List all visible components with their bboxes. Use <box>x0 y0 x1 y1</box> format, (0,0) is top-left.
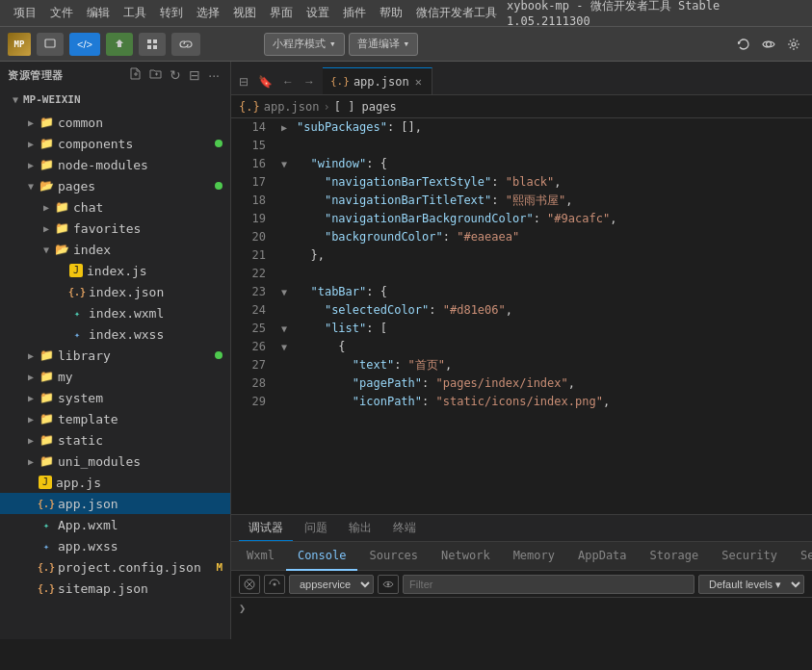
arrow-23: ▼ <box>281 283 297 301</box>
code-line-29: "iconPath": "static/icons/index.png", <box>281 393 812 411</box>
mode-dropdown[interactable]: 小程序模式 ▾ <box>264 33 345 56</box>
menu-file[interactable]: 文件 <box>44 3 79 23</box>
code-line-25: ▼ "list": [ <box>281 320 812 338</box>
menu-help[interactable]: 帮助 <box>374 3 408 23</box>
sidebar-item-pages[interactable]: ▼ 📂 pages <box>0 175 230 196</box>
index-wxml-icon: ✦ <box>69 305 85 321</box>
svg-point-9 <box>387 582 390 585</box>
menu-view[interactable]: 视图 <box>227 3 262 23</box>
code-line-28: "pagePath": "pages/index/index", <box>281 374 812 393</box>
console-preserve-btn[interactable] <box>264 575 285 594</box>
devtools-tab-sources[interactable]: Sources <box>357 542 430 571</box>
uni-modules-folder-icon: 📁 <box>39 453 54 469</box>
console-service-select[interactable]: appservice <box>289 575 374 594</box>
library-label: library <box>58 348 111 363</box>
simulator-toggle-btn[interactable] <box>37 33 64 56</box>
code-line-21: }, <box>281 246 812 265</box>
devtools-tab-network[interactable]: Network <box>430 542 502 571</box>
settings-btn[interactable] <box>783 33 804 56</box>
title-bar: xybook-mp - 微信开发者工具 Stable 1.05.2111300 <box>507 0 804 28</box>
devtools-tab-storage[interactable]: Storage <box>639 542 711 571</box>
svg-rect-1 <box>147 39 151 43</box>
preview-btn[interactable] <box>758 33 779 56</box>
sidebar-item-app-wxss[interactable]: ✦ app.wxss <box>0 535 230 556</box>
console-eye-btn[interactable] <box>378 575 399 594</box>
panel-tab-debugger[interactable]: 调试器 <box>239 516 293 541</box>
sidebar-item-index[interactable]: ▼ 📂 index <box>0 239 230 260</box>
code-editor[interactable]: 14 15 16 17 18 19 20 21 22 23 24 25 26 2… <box>231 118 812 514</box>
toolbar: MP </> 小程序模式 ▾ 普通编译 ▾ <box>0 27 812 62</box>
line-num-17: 17 <box>231 173 266 192</box>
panel-tab-output[interactable]: 输出 <box>339 516 381 541</box>
devtools-tab-console[interactable]: Console <box>286 542 358 571</box>
sidebar-item-app-wxml[interactable]: ✦ App.wxml <box>0 514 230 535</box>
line-num-15: 15 <box>231 137 266 155</box>
code-line-22 <box>281 265 812 283</box>
library-arrow-icon: ▶ <box>23 350 39 361</box>
sidebar-item-system[interactable]: ▶ 📁 system <box>0 387 230 408</box>
sidebar-item-node-modules[interactable]: ▶ 📁 node-modules <box>0 154 230 175</box>
more-actions-btn[interactable]: ··· <box>205 66 223 84</box>
sidebar-item-library[interactable]: ▶ 📁 library <box>0 345 230 366</box>
menu-edit[interactable]: 编辑 <box>81 3 116 23</box>
devtools-tab-wxml[interactable]: Wxml <box>235 542 286 571</box>
panel-tab-terminal[interactable]: 终端 <box>383 516 426 541</box>
menu-interface[interactable]: 界面 <box>264 3 299 23</box>
console-clear-btn[interactable] <box>239 575 260 594</box>
console-prompt: ❯ <box>239 602 246 615</box>
link-btn[interactable] <box>171 33 200 56</box>
sidebar-item-index-json[interactable]: {.} index.json <box>0 281 230 302</box>
grid-btn[interactable] <box>139 33 166 56</box>
menu-select[interactable]: 选择 <box>191 3 225 23</box>
collapse-all-btn[interactable]: ⊟ <box>186 66 203 84</box>
bookmark-btn[interactable]: 🔖 <box>254 73 276 90</box>
tab-close-btn[interactable]: ✕ <box>413 75 424 89</box>
code-btn[interactable]: </> <box>69 33 100 56</box>
sidebar-item-index-wxml[interactable]: ✦ index.wxml <box>0 302 230 323</box>
components-folder-icon: 📁 <box>39 136 54 151</box>
sidebar-item-components[interactable]: ▶ 📁 components <box>0 133 230 154</box>
sidebar-item-favorites[interactable]: ▶ 📁 favorites <box>0 218 230 239</box>
refresh-explorer-btn[interactable]: ↻ <box>167 66 184 84</box>
console-filter-input[interactable] <box>403 575 694 594</box>
chat-label: chat <box>73 200 103 215</box>
sidebar-item-chat[interactable]: ▶ 📁 chat <box>0 196 230 218</box>
menu-settings[interactable]: 设置 <box>301 3 335 23</box>
sidebar-item-common[interactable]: ▶ 📁 common <box>0 112 230 133</box>
sidebar-item-uni-modules[interactable]: ▶ 📁 uni_modules <box>0 451 230 472</box>
menu-tools[interactable]: 工具 <box>118 3 152 23</box>
sidebar-item-static[interactable]: ▶ 📁 static <box>0 429 230 451</box>
sidebar-item-template[interactable]: ▶ 📁 template <box>0 408 230 429</box>
split-editor-btn[interactable]: ⊟ <box>235 73 252 90</box>
panel-tab-problems[interactable]: 问题 <box>295 516 337 541</box>
compile-dropdown[interactable]: 普通编译 ▾ <box>349 33 419 56</box>
refresh-btn[interactable] <box>733 33 754 56</box>
menu-plugins[interactable]: 插件 <box>337 3 372 23</box>
devtools-tab-sen[interactable]: Sen <box>789 542 812 571</box>
menu-project[interactable]: 项目 <box>8 3 42 23</box>
sidebar-item-my[interactable]: ▶ 📁 my <box>0 366 230 387</box>
new-file-btn[interactable] <box>126 66 144 84</box>
line-num-29: 29 <box>231 393 266 411</box>
sidebar-item-app-js[interactable]: J app.js <box>0 472 230 493</box>
console-levels-select[interactable]: Default levels ▾ <box>698 575 804 594</box>
sidebar-item-sitemap[interactable]: {.} sitemap.json <box>0 578 230 599</box>
index-folder-icon: 📂 <box>54 242 69 257</box>
devtools-tab-security[interactable]: Security <box>710 542 789 571</box>
devtools-tab-appdata[interactable]: AppData <box>566 542 639 571</box>
menu-goto[interactable]: 转到 <box>154 3 189 23</box>
template-arrow-icon: ▶ <box>23 414 39 425</box>
upload-btn[interactable] <box>106 33 133 56</box>
menu-devtools[interactable]: 微信开发者工具 <box>410 3 503 23</box>
sidebar-root[interactable]: ▼ MP-WEIXIN <box>0 89 230 110</box>
tab-app-json[interactable]: {.} app.json ✕ <box>323 67 432 94</box>
sidebar-item-app-json[interactable]: {.} app.json <box>0 493 230 514</box>
new-folder-btn[interactable] <box>146 66 165 84</box>
nav-back-btn[interactable]: ← <box>278 73 298 90</box>
sidebar-item-index-js[interactable]: J index.js <box>0 260 230 281</box>
devtools-tab-memory[interactable]: Memory <box>502 542 566 571</box>
nav-forward-btn[interactable]: → <box>300 73 319 90</box>
sidebar-item-project-config[interactable]: {.} project.config.json M <box>0 556 230 578</box>
tab-name: app.json <box>354 75 409 89</box>
sidebar-item-index-wxss[interactable]: ✦ index.wxss <box>0 323 230 345</box>
